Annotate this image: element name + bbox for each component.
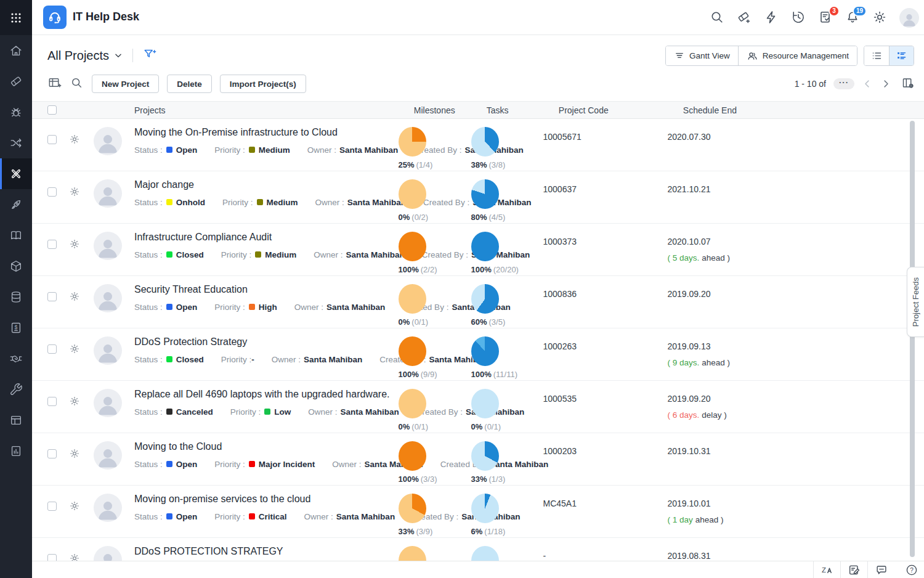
project-code-cell: 1000535 (536, 381, 660, 433)
row-checkbox[interactable] (47, 240, 57, 249)
row-checkbox[interactable] (47, 397, 57, 406)
card-view-toggle[interactable] (889, 46, 914, 65)
row-settings-button[interactable] (69, 238, 80, 250)
project-feeds-tab[interactable]: Project Feeds (907, 267, 924, 337)
row-settings-button[interactable] (69, 134, 80, 145)
schedule-end-cell: 2019.09.13 ( 9 days.ahead ) (660, 328, 924, 380)
project-title-link[interactable]: Replace all Dell 4690 laptops with the u… (134, 389, 391, 400)
row-settings-button[interactable] (69, 186, 80, 197)
project-meta: Status : Open Priority : Critical Owner … (134, 511, 391, 521)
user-avatar[interactable] (899, 8, 919, 28)
sidebar-item-contracts[interactable]: $ (0, 312, 32, 343)
divider (132, 49, 133, 62)
gear-icon (69, 396, 80, 407)
project-title-link[interactable]: DDoS Protection Strategy (134, 336, 391, 348)
compose-note-button[interactable] (840, 561, 867, 578)
project-cell: Moving the On-Premise infrastructure to … (134, 119, 391, 171)
list-view-toggle[interactable] (864, 46, 889, 65)
col-header-schedule-end[interactable]: Schedule End (676, 105, 924, 115)
sidebar-item-assets[interactable] (0, 251, 32, 282)
next-page-button[interactable] (880, 78, 891, 89)
row-checkbox[interactable] (47, 449, 57, 458)
tasks-cell: 0%(0/1) (464, 381, 536, 433)
owner-value: Santa Mahiban (339, 145, 398, 155)
vertical-scrollbar[interactable] (910, 121, 915, 557)
row-checkbox[interactable] (47, 502, 57, 511)
row-settings-button[interactable] (69, 448, 80, 459)
row-checkbox[interactable] (47, 135, 57, 144)
row-settings-button[interactable] (69, 343, 80, 354)
global-search-button[interactable] (710, 10, 726, 26)
help-button[interactable]: ? (899, 561, 924, 578)
project-title-link[interactable]: Major change (134, 179, 391, 190)
sidebar-item-projects[interactable] (0, 158, 32, 189)
gantt-view-button[interactable]: Gantt View (666, 46, 738, 65)
sidebar-item-problems[interactable] (0, 97, 32, 128)
project-view-selector[interactable]: All Projects (47, 49, 123, 63)
sidebar-item-home[interactable] (0, 35, 32, 66)
pagination-more-button[interactable]: ··· (833, 78, 854, 89)
new-project-button[interactable]: New Project (92, 75, 159, 93)
sidebar-item-cmdb[interactable] (0, 282, 32, 312)
select-all-checkbox[interactable] (47, 105, 57, 115)
tasks-percent: 38% (471, 160, 487, 169)
tasks-label: 100%(20/20) (471, 265, 536, 274)
sidebar-item-reports[interactable] (0, 436, 32, 466)
project-title-link[interactable]: Moving the On-Premise infrastructure to … (134, 127, 391, 138)
column-settings-button[interactable] (901, 76, 914, 92)
col-header-project-code[interactable]: Project Code (551, 105, 676, 115)
history-button[interactable] (791, 10, 807, 26)
row-checkbox[interactable] (47, 344, 57, 354)
sidebar-item-releases[interactable] (0, 189, 32, 220)
tasks-label: 100%(11/11) (471, 370, 536, 379)
schedule-end-cell: 2021.10.21 (660, 171, 924, 223)
settings-button[interactable] (872, 10, 888, 26)
milestone-fraction: (9/9) (421, 370, 437, 379)
prev-page-button[interactable] (862, 78, 873, 89)
tasks-label: 38%(3/8) (471, 160, 536, 169)
delete-button[interactable]: Delete (167, 75, 212, 93)
table-row: Infrastructure Compliance Audit Status :… (32, 224, 924, 276)
sidebar-item-admin[interactable] (0, 405, 32, 436)
tasks-pie (471, 232, 499, 261)
col-header-milestones[interactable]: Milestones (407, 105, 479, 115)
milestone-label: 0%(0/1) (399, 422, 464, 431)
tasks-percent: 100% (471, 370, 492, 379)
row-settings-button[interactable] (69, 396, 80, 407)
sidebar-item-maintenance[interactable] (0, 374, 32, 405)
avatar (94, 127, 122, 155)
project-title-link[interactable]: Moving to the Cloud (134, 441, 391, 452)
import-projects-button[interactable]: Import Project(s) (220, 75, 306, 93)
zia-button[interactable]: Z (813, 561, 840, 578)
project-title-link[interactable]: Moving on-premise services to the cloud (134, 494, 391, 505)
add-ticket-button[interactable] (737, 10, 753, 26)
quick-actions-button[interactable] (764, 10, 780, 26)
sidebar-item-changes[interactable] (0, 128, 32, 158)
notifications-button[interactable]: 19 (845, 10, 861, 26)
schedule-end-date: 2019.10.01 (668, 499, 924, 508)
sidebar-item-vendors[interactable] (0, 343, 32, 374)
row-settings-button[interactable] (69, 291, 80, 302)
row-checkbox[interactable] (47, 292, 57, 301)
table-search-button[interactable] (70, 76, 83, 92)
add-filter-button[interactable] (143, 47, 156, 63)
project-title-link[interactable]: Infrastructure Compliance Audit (134, 232, 391, 243)
project-title-link[interactable]: DDoS PROTECTION STRATEGY (134, 546, 391, 557)
row-checkbox[interactable] (47, 187, 57, 197)
handshake-icon (9, 352, 23, 365)
approvals-button[interactable]: 3 (818, 10, 834, 26)
resource-management-button[interactable]: Resource Management (738, 46, 857, 65)
apps-grid-button[interactable] (0, 0, 32, 35)
priority-square (255, 251, 261, 258)
status-value: Closed (176, 355, 204, 364)
chat-button[interactable] (867, 561, 894, 578)
add-column-button[interactable] (47, 76, 62, 92)
col-header-projects[interactable]: Projects (134, 105, 166, 115)
tasks-pie (471, 389, 499, 418)
col-header-tasks[interactable]: Tasks (479, 105, 551, 115)
app-logo[interactable] (43, 6, 67, 29)
sidebar-item-tickets[interactable] (0, 66, 32, 97)
project-title-link[interactable]: Security Threat Education (134, 284, 391, 295)
sidebar-item-knowledge[interactable] (0, 220, 32, 251)
row-settings-button[interactable] (69, 500, 80, 511)
